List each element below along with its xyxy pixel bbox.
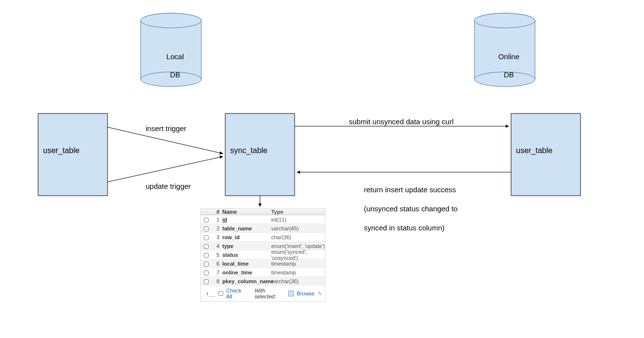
user-table-online-label: user_table bbox=[516, 146, 553, 156]
online-db-line2: DB bbox=[504, 70, 514, 79]
schema-row-checkbox[interactable] bbox=[204, 270, 209, 275]
schema-row-name: pkey_column_name bbox=[220, 278, 269, 284]
schema-row: 7online_timetimestamp bbox=[201, 268, 325, 277]
sync-table-schema: # Name Type 1idint(11)2table_namevarchar… bbox=[200, 208, 325, 302]
schema-header-type: Type bbox=[269, 209, 325, 215]
schema-row-num: 6 bbox=[212, 261, 220, 267]
pencil-icon: ✎ bbox=[318, 291, 322, 297]
browse-icon bbox=[288, 291, 294, 296]
schema-footer: ↑__ Check All With selected: Browse ✎ bbox=[201, 286, 325, 301]
schema-row-type: char(36) bbox=[269, 234, 325, 240]
return-success-l2: (unsynced status changed to bbox=[364, 204, 458, 213]
schema-row-name: row_id bbox=[220, 234, 269, 240]
schema-row-name: local_time bbox=[220, 261, 269, 267]
schema-row-type: enum('synced', 'unsynced') bbox=[269, 249, 325, 261]
schema-row-name: online_time bbox=[220, 270, 269, 275]
schema-row-num: 3 bbox=[212, 234, 220, 240]
schema-row: 1idint(11) bbox=[201, 215, 325, 224]
schema-header-name: Name bbox=[220, 209, 269, 215]
return-success-label: return insert update success (unsynced s… bbox=[356, 175, 457, 242]
schema-row-num: 1 bbox=[212, 217, 220, 223]
local-db-label: Local DB bbox=[147, 43, 195, 89]
schema-row-name: type bbox=[220, 243, 269, 249]
schema-row-type: varchar(36) bbox=[269, 278, 325, 284]
schema-row-type: enum('insert', 'update') bbox=[269, 243, 325, 249]
browse-link[interactable]: Browse bbox=[297, 291, 315, 296]
schema-row-type: timestamp bbox=[269, 261, 325, 267]
online-db-line1: Online bbox=[498, 52, 519, 61]
schema-row-checkbox[interactable] bbox=[204, 218, 209, 223]
schema-header-num: # bbox=[212, 209, 220, 215]
schema-header-row: # Name Type bbox=[201, 209, 325, 215]
return-success-l1: return insert update success bbox=[364, 185, 456, 194]
sync-table-label: sync_table bbox=[230, 146, 268, 156]
schema-row: 3row_idchar(36) bbox=[201, 233, 325, 242]
schema-row-type: int(11) bbox=[269, 217, 325, 223]
schema-row-checkbox[interactable] bbox=[204, 244, 209, 249]
schema-row: 6local_timetimestamp bbox=[201, 259, 325, 268]
schema-row-num: 7 bbox=[212, 270, 220, 275]
schema-row: 2table_namevarchar(45) bbox=[201, 224, 325, 233]
online-db-label: Online DB bbox=[480, 43, 529, 89]
schema-row-type: timestamp bbox=[269, 270, 325, 275]
insert-trigger-label: insert trigger bbox=[146, 124, 186, 134]
update-trigger-label: update trigger bbox=[146, 182, 191, 191]
svg-point-11 bbox=[474, 13, 535, 28]
schema-row-num: 2 bbox=[212, 225, 220, 231]
schema-row-name: status bbox=[220, 252, 269, 258]
user-table-local-label: user_table bbox=[43, 146, 80, 156]
schema-row: 5statusenum('synced', 'unsynced') bbox=[201, 250, 325, 259]
update-trigger-arrow bbox=[107, 157, 223, 182]
schema-row-name: table_name bbox=[220, 225, 269, 231]
submit-curl-label: submit unsynced data using curl bbox=[349, 117, 453, 127]
schema-row-type: varchar(45) bbox=[269, 225, 325, 231]
local-db-line2: DB bbox=[170, 70, 180, 79]
schema-row-checkbox[interactable] bbox=[204, 262, 209, 267]
diagram-canvas: Local DB Online DB user_table sync_table… bbox=[0, 0, 644, 338]
with-selected-label: With selected: bbox=[255, 288, 285, 299]
local-db-line1: Local bbox=[166, 52, 184, 61]
return-success-l3: synced in status column) bbox=[364, 224, 445, 232]
schema-row-num: 8 bbox=[212, 278, 220, 284]
schema-row-num: 5 bbox=[212, 252, 220, 258]
schema-row-checkbox[interactable] bbox=[204, 253, 209, 258]
schema-row-checkbox[interactable] bbox=[204, 279, 209, 284]
schema-row-num: 4 bbox=[212, 243, 220, 249]
check-all-arrow-icon: ↑__ bbox=[206, 291, 215, 297]
check-all-checkbox[interactable] bbox=[218, 291, 223, 296]
svg-point-5 bbox=[141, 13, 201, 28]
check-all-link[interactable]: Check All bbox=[226, 288, 247, 299]
schema-row-checkbox[interactable] bbox=[204, 235, 209, 240]
schema-row-checkbox[interactable] bbox=[204, 226, 209, 231]
schema-row: 8pkey_column_namevarchar(36) bbox=[201, 277, 325, 286]
schema-row-name: id bbox=[220, 217, 269, 223]
